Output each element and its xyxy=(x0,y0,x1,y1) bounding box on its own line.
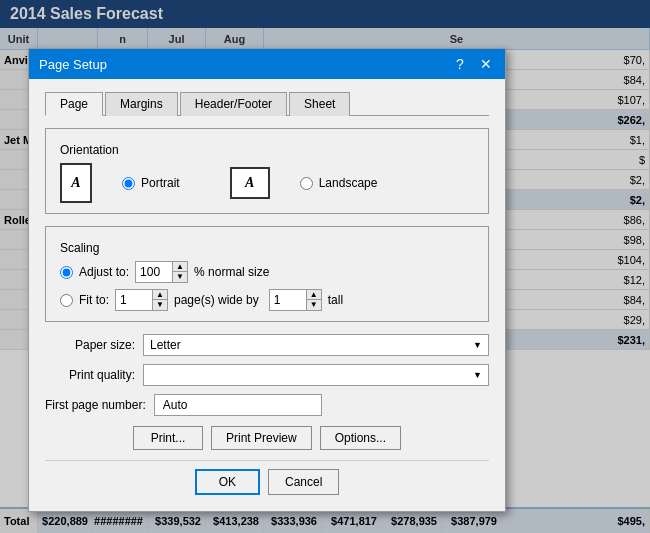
adjust-to-label: Adjust to: xyxy=(79,265,129,279)
fit-tall-input[interactable] xyxy=(270,290,306,310)
fit-pages-spinner[interactable]: ▲ ▼ xyxy=(115,289,168,311)
print-quality-dropdown[interactable]: ▼ xyxy=(143,364,489,386)
spinner-arrows: ▲ ▼ xyxy=(172,262,187,282)
fit-pages-arrows: ▲ ▼ xyxy=(152,290,167,310)
dialog-help-button[interactable]: ? xyxy=(451,55,469,73)
adjust-to-spinner[interactable]: ▲ ▼ xyxy=(135,261,188,283)
landscape-option-container: Landscape xyxy=(300,176,378,190)
adjust-to-radio[interactable] xyxy=(60,266,73,279)
fit-tall-arrows: ▲ ▼ xyxy=(306,290,321,310)
spinner-up-button[interactable]: ▲ xyxy=(173,262,187,272)
dialog-title-controls: ? ✕ xyxy=(451,55,495,73)
cancel-button[interactable]: Cancel xyxy=(268,469,339,495)
portrait-option[interactable]: Portrait xyxy=(122,176,180,190)
paper-size-label: Paper size: xyxy=(45,338,135,352)
dialog-title: Page Setup xyxy=(39,57,107,72)
tab-page[interactable]: Page xyxy=(45,92,103,116)
fit-pages-up[interactable]: ▲ xyxy=(153,290,167,300)
print-button[interactable]: Print... xyxy=(133,426,203,450)
paper-size-row: Paper size: Letter ▼ xyxy=(45,334,489,356)
print-quality-arrow: ▼ xyxy=(473,370,482,380)
print-quality-label: Print quality: xyxy=(45,368,135,382)
scaling-label: Scaling xyxy=(60,241,474,255)
orientation-options: Portrait xyxy=(122,176,180,190)
fit-tall-spinner[interactable]: ▲ ▼ xyxy=(269,289,322,311)
orientation-label: Orientation xyxy=(60,143,474,157)
landscape-option[interactable]: Landscape xyxy=(300,176,378,190)
fit-tall-down[interactable]: ▼ xyxy=(307,300,321,310)
paper-size-arrow: ▼ xyxy=(473,340,482,350)
orientation-row: A Portrait A Landscape xyxy=(60,163,474,203)
print-quality-row: Print quality: ▼ xyxy=(45,364,489,386)
first-page-label: First page number: xyxy=(45,398,146,412)
page-setup-dialog: Page Setup ? ✕ Page Margins Header/Foote… xyxy=(28,48,506,512)
first-page-row: First page number: xyxy=(45,394,489,416)
dialog-close-button[interactable]: ✕ xyxy=(477,55,495,73)
tab-header-footer[interactable]: Header/Footer xyxy=(180,92,287,116)
options-button[interactable]: Options... xyxy=(320,426,401,450)
fit-pages-down[interactable]: ▼ xyxy=(153,300,167,310)
dialog-titlebar: Page Setup ? ✕ xyxy=(29,49,505,79)
dialog-body: Page Margins Header/Footer Sheet Orienta… xyxy=(29,79,505,511)
adjust-to-input[interactable] xyxy=(136,262,172,282)
ok-cancel-row: OK Cancel xyxy=(45,460,489,499)
fit-tall-suffix: tall xyxy=(328,293,343,307)
fit-to-radio[interactable] xyxy=(60,294,73,307)
ok-button[interactable]: OK xyxy=(195,469,260,495)
tab-margins[interactable]: Margins xyxy=(105,92,178,116)
first-page-input[interactable] xyxy=(154,394,322,416)
adjust-suffix: % normal size xyxy=(194,265,269,279)
fit-pages-suffix: page(s) wide by xyxy=(174,293,259,307)
scaling-section: Scaling Adjust to: ▲ ▼ % normal size Fit… xyxy=(45,226,489,322)
fit-to-row: Fit to: ▲ ▼ page(s) wide by ▲ ▼ ta xyxy=(60,289,474,311)
landscape-icon: A xyxy=(230,167,270,199)
tab-bar: Page Margins Header/Footer Sheet xyxy=(45,91,489,116)
paper-size-value: Letter xyxy=(150,338,181,352)
portrait-icon: A xyxy=(60,163,92,203)
spinner-down-button[interactable]: ▼ xyxy=(173,272,187,282)
landscape-radio[interactable] xyxy=(300,177,313,190)
print-preview-button[interactable]: Print Preview xyxy=(211,426,312,450)
adjust-to-row: Adjust to: ▲ ▼ % normal size xyxy=(60,261,474,283)
action-buttons-row: Print... Print Preview Options... xyxy=(45,426,489,450)
orientation-section: Orientation A Portrait A La xyxy=(45,128,489,214)
fit-tall-up[interactable]: ▲ xyxy=(307,290,321,300)
tab-sheet[interactable]: Sheet xyxy=(289,92,350,116)
fit-pages-input[interactable] xyxy=(116,290,152,310)
fit-to-label: Fit to: xyxy=(79,293,109,307)
portrait-radio[interactable] xyxy=(122,177,135,190)
paper-size-dropdown[interactable]: Letter ▼ xyxy=(143,334,489,356)
